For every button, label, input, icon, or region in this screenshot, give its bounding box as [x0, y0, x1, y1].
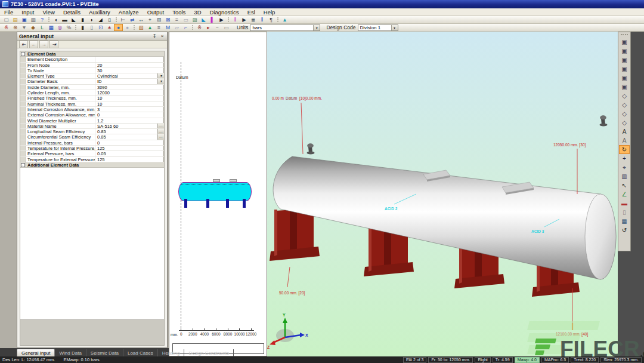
property-editor-button[interactable]: ▾ … [163, 107, 164, 112]
property-editor-button[interactable]: ▾ … [163, 118, 164, 123]
property-row[interactable]: Circumferential Seam Efficiency 0.85 ▾ … [20, 134, 164, 140]
dropdown-arrow-icon[interactable]: ▾ [391, 25, 398, 30]
collapse-icon[interactable]: - [21, 163, 25, 167]
property-editor-button[interactable]: ▾ … [163, 96, 164, 100]
list-report-icon[interactable]: ≣ [249, 16, 258, 23]
hatch-view-icon[interactable]: ▨ [190, 16, 199, 23]
property-row[interactable]: Wind Diameter Multiplier 1.2 ▾ … [20, 118, 164, 124]
property-value[interactable] [95, 57, 163, 61]
rotate-view-icon[interactable]: ↻ [619, 145, 630, 154]
property-row[interactable]: Temperature for External Pressure, C 125… [20, 157, 164, 162]
menu-item[interactable]: Auxiliary [85, 8, 114, 16]
collapse-icon[interactable]: - [21, 52, 25, 56]
property-row[interactable]: - Element Data ▾ … [20, 51, 164, 57]
property-editor-button[interactable]: ▾ … [163, 112, 164, 117]
property-row[interactable]: From Node 20 ▾ … [20, 63, 164, 68]
property-value[interactable]: 0.05 [95, 151, 163, 156]
dropdown-arrow-icon[interactable]: ▾ [313, 25, 320, 30]
menu-item[interactable]: View [38, 8, 58, 16]
input-tab[interactable]: Seismic Data [86, 349, 123, 356]
property-row[interactable]: Internal Pressure, bars 0 ▾ … [20, 140, 164, 146]
property-editor-button[interactable]: ▾ … [163, 68, 164, 73]
property-row[interactable]: - Additional Element Data ▾ … [20, 162, 164, 168]
property-editor-button[interactable]: ▾ … [163, 101, 164, 106]
property-value[interactable]: ID [95, 79, 157, 84]
property-value[interactable]: 3 [95, 107, 163, 112]
property-row[interactable]: Material Name SA-516 60 ▾ … [20, 124, 164, 129]
skirt-element-icon[interactable]: ◢ [96, 16, 105, 23]
run-analysis-icon[interactable]: ▶ [217, 16, 226, 23]
print-icon[interactable]: ▥ [29, 16, 38, 23]
menu-item[interactable]: Input [17, 8, 38, 16]
menu-item[interactable]: Details [59, 8, 85, 16]
pause-icon[interactable]: ‖ [231, 16, 240, 23]
save-icon[interactable]: ▣ [20, 16, 29, 23]
black-shell-icon[interactable]: ▮ [78, 24, 87, 31]
lug-icon[interactable]: ◆ [29, 24, 38, 31]
menu-item[interactable]: File [0, 8, 17, 16]
menu-item[interactable]: Esl [243, 8, 259, 16]
property-row[interactable]: Diameter Basis ID ▾ … [20, 79, 164, 84]
first-element-icon[interactable]: ⇤ [19, 41, 28, 48]
view-cube-bottom-icon[interactable]: ▣ [619, 82, 630, 91]
input-tab[interactable]: Heading [158, 349, 185, 356]
property-row[interactable]: Internal Corrosion Allowance, mm. 3 ▾ … [20, 107, 164, 112]
plot3d-icon[interactable]: ▲ [145, 24, 154, 31]
menu-item[interactable]: Output [143, 8, 169, 16]
property-value[interactable]: 10 [95, 101, 163, 106]
insert-before-icon[interactable]: ⊢ [119, 16, 128, 23]
view-iso-4-icon[interactable]: ◇ [619, 118, 630, 127]
prev-element-icon[interactable]: ← [29, 41, 38, 48]
next-element-icon[interactable]: → [39, 41, 48, 48]
property-value[interactable]: 20 [95, 63, 163, 67]
view-cube-left-icon[interactable]: ▣ [619, 56, 630, 64]
wireframe-view-icon[interactable]: ▦ [619, 217, 630, 226]
property-editor-button[interactable]: ▾ … [157, 79, 164, 84]
report-list-icon[interactable]: ≡ [154, 24, 163, 31]
gray-shell-icon[interactable]: ▯ [87, 24, 96, 31]
property-value[interactable]: 125 [95, 146, 163, 150]
property-row[interactable]: Longitudinal Seam Efficiency 0.85 ▾ … [20, 129, 164, 134]
property-value[interactable]: 0.85 [95, 134, 157, 139]
cone-element-icon[interactable]: ◣ [69, 16, 78, 23]
blank-doc-icon[interactable]: ▭ [181, 16, 190, 23]
view-cube-top-icon[interactable]: ▣ [619, 73, 630, 82]
percent-icon[interactable]: % [64, 24, 73, 31]
component-analysis-icon[interactable]: ▲ [280, 16, 289, 23]
property-value[interactable]: 0.85 [95, 129, 157, 134]
view-cube-back-icon[interactable]: ▣ [619, 47, 630, 56]
body-flange-icon[interactable]: ▯ [105, 16, 114, 23]
input-tab[interactable]: General Input [17, 349, 55, 356]
stretch-icon[interactable]: ↔ [137, 16, 145, 23]
property-editor-button[interactable]: ▾ … [157, 134, 164, 139]
view-iso-2-icon[interactable]: ◇ [619, 100, 630, 109]
property-editor-button[interactable]: ▾ … [163, 57, 164, 61]
pilcrow-icon[interactable]: ¶ [267, 16, 275, 23]
titlebar[interactable]: 7E30 - 528V1 coade.PVI:1 - PVElite [0, 0, 644, 8]
view-cube-right-icon[interactable]: ▣ [619, 64, 630, 73]
design-code-select[interactable]: Division 1 ▾ [358, 24, 398, 31]
property-value[interactable]: 10 [95, 96, 163, 100]
property-value[interactable]: 30 [95, 68, 163, 73]
window-select-icon[interactable]: ⊡ [96, 24, 105, 31]
property-editor-button[interactable]: ▾ … [157, 73, 164, 78]
last-element-icon[interactable]: ⇥ [49, 41, 58, 48]
view-iso-1-icon[interactable]: ◇ [619, 91, 630, 100]
property-editor-button[interactable]: ▾ … [163, 140, 164, 145]
swap-element-icon[interactable]: ⇄ [128, 16, 137, 23]
zoom-window-icon[interactable]: ⌖ [619, 163, 630, 172]
property-row[interactable]: Nominal Thickness, mm. 10 ▾ … [20, 101, 164, 107]
property-row[interactable]: Element Type Cylindrical ▾ … [20, 73, 164, 79]
basering-icon[interactable]: ▼ [20, 24, 29, 31]
pan-view-icon[interactable]: + [619, 154, 630, 163]
property-value[interactable]: 0 [95, 140, 163, 145]
property-editor-button[interactable]: ▾ … [163, 151, 164, 156]
nozzle-icon[interactable]: ⊕ [11, 24, 20, 31]
undo-view-icon[interactable]: ↺ [619, 226, 630, 235]
property-value[interactable]: SA-516 60 [95, 124, 157, 128]
input-tab[interactable]: Wind Data [55, 349, 86, 356]
units-select[interactable]: bars ▾ [250, 24, 320, 31]
property-row[interactable]: To Node 30 ▾ … [20, 68, 164, 73]
input-tab[interactable]: Design Constraints [184, 349, 234, 356]
property-value[interactable]: Cylindrical [95, 73, 157, 78]
